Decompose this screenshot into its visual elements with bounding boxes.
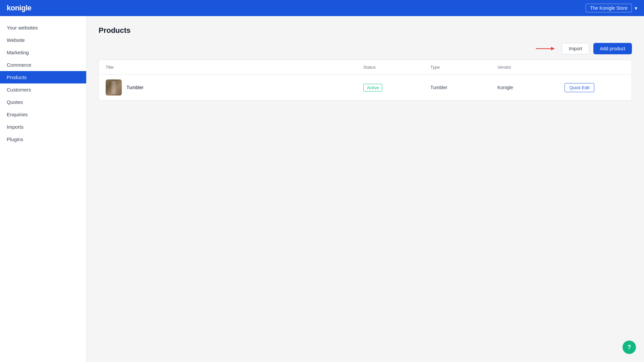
sidebar-item-plugins[interactable]: Plugins xyxy=(0,133,86,145)
sidebar: Your websites Website Marketing Commerce… xyxy=(0,16,87,362)
product-status-cell: Active xyxy=(363,84,430,92)
arrow-indicator xyxy=(535,44,555,54)
table-header: Title Status Type Vendor xyxy=(99,60,632,75)
column-actions xyxy=(565,65,625,70)
column-vendor: Vendor xyxy=(497,65,565,70)
product-title-cell: Tumbler xyxy=(106,79,363,96)
main-content: Products Import Add product Title Status… xyxy=(87,16,644,362)
product-actions-cell: Quick Edit xyxy=(565,83,625,92)
sidebar-item-marketing[interactable]: Marketing xyxy=(0,46,86,59)
logo: konigle xyxy=(7,4,32,12)
product-type-cell: Tumbler xyxy=(430,85,497,90)
sidebar-item-commerce[interactable]: Commerce xyxy=(0,59,86,71)
product-vendor-cell: Konigle xyxy=(497,85,565,90)
svg-marker-1 xyxy=(551,47,555,51)
product-image xyxy=(106,79,122,96)
column-title: Title xyxy=(106,65,363,70)
question-mark-icon: ? xyxy=(628,344,631,351)
status-badge: Active xyxy=(363,84,382,92)
sidebar-item-your-websites[interactable]: Your websites xyxy=(0,21,86,34)
header: konigle The Konigle Store ▾ xyxy=(0,0,644,16)
products-table: Title Status Type Vendor Tumbler Active … xyxy=(99,60,632,101)
sidebar-item-website[interactable]: Website xyxy=(0,34,86,46)
sidebar-item-customers[interactable]: Customers xyxy=(0,83,86,96)
quick-edit-button[interactable]: Quick Edit xyxy=(565,83,594,92)
import-button[interactable]: Import xyxy=(562,43,589,54)
add-product-button[interactable]: Add product xyxy=(593,43,632,54)
column-status: Status xyxy=(363,65,430,70)
sidebar-item-products[interactable]: Products xyxy=(0,71,86,83)
sidebar-item-quotes[interactable]: Quotes xyxy=(0,96,86,108)
page-title: Products xyxy=(99,26,632,35)
sidebar-item-imports[interactable]: Imports xyxy=(0,121,86,133)
tumbler-thumbnail xyxy=(106,79,122,96)
sidebar-item-enquiries[interactable]: Enquiries xyxy=(0,108,86,121)
store-name: The Konigle Store xyxy=(586,4,632,12)
product-name: Tumbler xyxy=(126,85,144,90)
store-selector[interactable]: The Konigle Store ▾ xyxy=(586,4,637,12)
toolbar: Import Add product xyxy=(99,43,632,54)
table-row: Tumbler Active Tumbler Konigle Quick Edi… xyxy=(99,75,632,100)
column-type: Type xyxy=(430,65,497,70)
chevron-down-icon: ▾ xyxy=(635,5,637,11)
help-button[interactable]: ? xyxy=(623,341,636,354)
